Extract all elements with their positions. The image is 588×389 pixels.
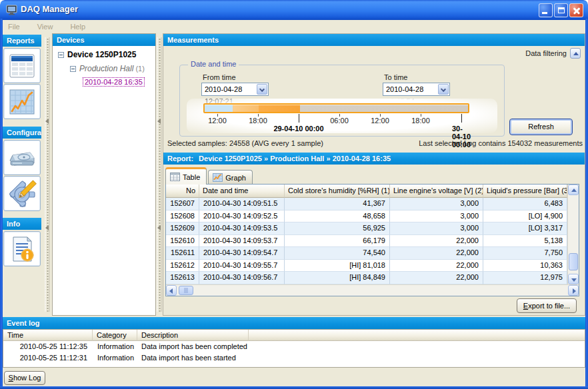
combo-dropdown-button[interactable] (257, 84, 267, 95)
collapse-expander-icon[interactable] (70, 66, 76, 72)
combo-dropdown-button[interactable] (438, 84, 449, 95)
maximize-icon (558, 7, 565, 13)
to-time-select[interactable]: 2010-04-28 23:45:54 (383, 83, 450, 96)
sidebar-toolbar: Reports (3, 33, 43, 316)
arrow-right-icon (573, 288, 576, 294)
app-icon (6, 5, 17, 15)
report-graph-button[interactable] (3, 84, 41, 119)
tab-graph[interactable]: Graph (208, 170, 253, 185)
collapse-expander-icon[interactable] (58, 52, 64, 58)
export-to-file-button[interactable]: Export to file... (517, 298, 577, 313)
event-log-panel: Event log Time Category Description 2010… (3, 317, 585, 368)
column-header-datetime[interactable]: Date and time (199, 185, 285, 198)
datetime-groupbox: Date and time From time 2010-04-28 12:07… (179, 65, 505, 137)
arrow-down-icon (571, 278, 577, 282)
splitter-collapse-icon (157, 119, 161, 124)
report-header: Report:Device 1250P1025 » Production Hal… (163, 153, 585, 165)
column-header-pressure[interactable]: Liquid's pressure [Bar] (3) (483, 185, 567, 198)
table-row[interactable]: 1526132010-04-30 14:09:56.7[HI] 84,84922… (166, 272, 567, 284)
report-label: Report: (167, 155, 193, 163)
column-header-humidity[interactable]: Cold store's humidity [%RH] (1) (285, 185, 390, 198)
tick-label: 12:00 (208, 117, 227, 125)
menu-file[interactable]: File (8, 23, 20, 31)
scroll-down-button[interactable] (568, 274, 579, 284)
column-header-category[interactable]: Category (93, 330, 137, 341)
event-log-list: Time Category Description 2010-05-25 11:… (3, 329, 585, 368)
arrow-left-icon (169, 288, 173, 294)
tab-table[interactable]: Table (165, 167, 207, 185)
from-time-label: From time (203, 73, 236, 81)
from-time-select[interactable]: 2010-04-28 12:07:21 (201, 83, 269, 96)
to-time-label: To time (384, 73, 407, 81)
minimize-button[interactable] (539, 3, 553, 17)
table-row[interactable]: 1526092010-04-30 14:09:53.556,9253,000[L… (166, 222, 567, 235)
report-path: Device 1250P1025 » Production Hall » 201… (199, 155, 391, 163)
tree-node-group[interactable]: Production Hall (1) (54, 64, 154, 73)
arrow-up-icon (571, 189, 577, 192)
sidebar-splitter[interactable] (43, 33, 52, 316)
close-button[interactable] (569, 3, 583, 17)
main-area: Reports (3, 33, 585, 317)
vertical-scrollbar[interactable] (567, 185, 579, 284)
tree-node-log[interactable]: 2010-04-28 16:35 (54, 78, 154, 86)
scroll-up-button[interactable] (568, 185, 579, 195)
window-title: DAQ Manager (21, 4, 78, 14)
minimize-icon (542, 12, 547, 14)
sidebar-header-reports: Reports (3, 35, 41, 47)
table-row[interactable]: 1526072010-04-30 14:09:51.541,3673,0006,… (166, 198, 567, 210)
horizontal-scrollbar[interactable] (166, 284, 579, 296)
table-row[interactable]: 1526082010-04-30 14:09:52.548,6583,000[L… (166, 210, 567, 223)
menu-view[interactable]: View (37, 23, 53, 31)
graph-tab-icon (213, 173, 223, 182)
scroll-left-button[interactable] (166, 285, 177, 296)
chevron-down-icon (441, 87, 446, 92)
tick-label: 06:00 (330, 117, 349, 125)
status-row: Selected samples: 24558 (AVG every 1 sam… (163, 139, 585, 149)
settings-button[interactable] (3, 176, 41, 211)
scroll-right-button[interactable] (568, 285, 579, 296)
sidebar-header-info: Info (3, 218, 41, 230)
show-log-button[interactable]: Show Log (4, 371, 45, 385)
chevron-up-icon (573, 52, 579, 55)
chevron-down-icon (259, 87, 265, 92)
log-measurements-text: Last selected Log contains 154032 measur… (419, 139, 583, 147)
scroll-thumb[interactable] (569, 253, 578, 270)
collapse-filter-button[interactable] (570, 48, 581, 59)
table-row[interactable]: 1526122010-04-30 14:09:55.7[HI] 81,01822… (166, 260, 567, 272)
refresh-button[interactable]: Refresh (509, 119, 573, 135)
title-bar[interactable]: DAQ Manager (0, 0, 588, 20)
column-header-time[interactable]: Time (3, 330, 93, 341)
time-range-slider[interactable] (203, 103, 469, 113)
tick-label: 18:00 (411, 117, 430, 125)
table-row[interactable]: 1526102010-04-30 14:09:53.766,17922,0005… (166, 235, 567, 248)
column-header-no[interactable]: No (166, 185, 199, 198)
measurement-table: No Date and time Cold store's humidity [… (165, 184, 579, 296)
column-header-filler (249, 330, 585, 341)
event-log-row[interactable]: 2010-05-25 11:12:31 Information Data imp… (3, 352, 585, 364)
devices-header: Devices (53, 34, 155, 46)
info-button[interactable] (3, 231, 41, 266)
tree-node-device[interactable]: Device 1250P1025 (54, 50, 154, 59)
table-tab-icon (170, 173, 180, 181)
device-config-button[interactable] (3, 140, 41, 175)
gear-pencil-icon (7, 179, 37, 208)
event-log-header: Event log (3, 317, 585, 329)
info-document-icon (7, 234, 37, 264)
maximize-button[interactable] (554, 3, 568, 17)
measurements-panel: Measurements Data filtering Date and tim… (163, 33, 585, 316)
event-log-row[interactable]: 2010-05-25 11:12:35 Information Data imp… (3, 341, 585, 352)
report-table-button[interactable] (3, 48, 41, 83)
selected-samples-text: Selected samples: 24558 (AVG every 1 sam… (167, 139, 323, 147)
column-header-description[interactable]: Description (137, 330, 249, 341)
table-header-row: No Date and time Cold store's humidity [… (166, 185, 567, 198)
column-header-voltage[interactable]: Line engine's voltage [V] (2) (390, 185, 483, 198)
bottom-bar: Show Log (3, 368, 585, 386)
devices-splitter[interactable] (156, 33, 163, 316)
scroll-thumb[interactable] (179, 286, 193, 295)
tick-label: 12:00 (371, 117, 389, 125)
devices-panel: Devices Device 1250P1025 Production Hall… (52, 33, 156, 316)
table-row[interactable]: 1526112010-04-30 14:09:54.774,54022,0007… (166, 247, 567, 260)
splitter-collapse-icon (45, 119, 49, 124)
menu-help[interactable]: Help (70, 23, 85, 31)
window-border-bottom (0, 386, 588, 389)
